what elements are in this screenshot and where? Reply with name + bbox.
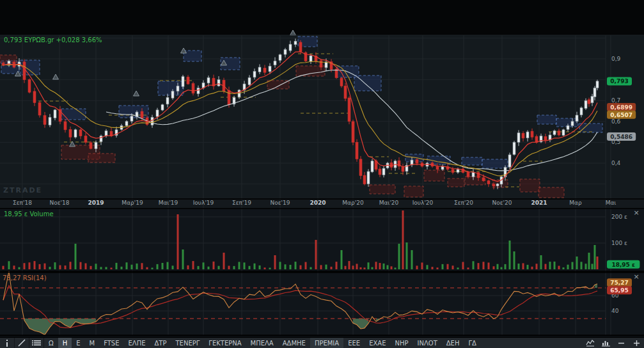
chart-type-icon[interactable] bbox=[583, 338, 598, 348]
svg-text:Σεπ'20: Σεπ'20 bbox=[454, 200, 473, 206]
volume-pane-close-icon[interactable]: × bbox=[632, 209, 640, 217]
toolbar-button-ΙΝΛΟΤ[interactable]: ΙΝΛΟΤ bbox=[413, 338, 442, 348]
toolbar-button-ΝΗΡ[interactable]: ΝΗΡ bbox=[390, 338, 412, 348]
svg-text:Νοε'18: Νοε'18 bbox=[49, 200, 69, 206]
svg-text:Νοε'20: Νοε'20 bbox=[492, 200, 512, 206]
svg-text:65,95: 65,95 bbox=[610, 287, 628, 294]
svg-text:200 ε: 200 ε bbox=[611, 214, 627, 220]
svg-text:Μαι'19: Μαι'19 bbox=[159, 200, 178, 206]
toolbar-button-Μ[interactable]: Μ bbox=[85, 338, 100, 348]
svg-text:0,6507: 0,6507 bbox=[610, 112, 632, 118]
svg-text:Σεπ'18: Σεπ'18 bbox=[13, 200, 32, 206]
toolbar-button-Ω[interactable]: Ω bbox=[44, 338, 58, 348]
svg-text:75,27: 75,27 bbox=[610, 280, 628, 286]
bottom-toolbar: ΩΗΕΜFTSEΕΛΠΕΔΤΡΤΕΝΕΡΓΓΕΚΤΕΡΝΑΜΠΕΛΑΑΔΜΗΕΠ… bbox=[0, 337, 644, 348]
svg-text:Ιουλ'20: Ιουλ'20 bbox=[412, 200, 434, 206]
svg-text:Μαι'20: Μαι'20 bbox=[379, 200, 399, 206]
toolbar-button-ΓΕΚΤΕΡΝΑ[interactable]: ΓΕΚΤΕΡΝΑ bbox=[204, 338, 246, 348]
toolbar-button-ΠΡΕΜΙΑ[interactable]: ΠΡΕΜΙΑ bbox=[310, 338, 343, 348]
chart-canvas[interactable]: 0,90,80,70,60,50,4Σεπ'18Νοε'182019Μαρ'19… bbox=[0, 0, 644, 338]
toolbar-button-ΕΧΑΕ[interactable]: ΕΧΑΕ bbox=[365, 338, 390, 348]
svg-text:Μαι: Μαι bbox=[606, 200, 617, 206]
toolbar-button-ΓΔ[interactable]: ΓΔ bbox=[464, 338, 480, 348]
svg-text:2019: 2019 bbox=[88, 200, 104, 206]
toolbar-button-ΤΕΝΕΡΓ[interactable]: ΤΕΝΕΡΓ bbox=[171, 338, 205, 348]
svg-text:Ιουλ'19: Ιουλ'19 bbox=[193, 200, 214, 206]
svg-text:Μαρ'20: Μαρ'20 bbox=[342, 200, 364, 206]
svg-text:100 ε: 100 ε bbox=[611, 240, 627, 246]
histogram-icon[interactable] bbox=[598, 338, 613, 348]
svg-text:Μαρ: Μαρ bbox=[569, 200, 582, 206]
toolbar-button-ΜΠΕΛΑ[interactable]: ΜΠΕΛΑ bbox=[246, 338, 278, 348]
toolbar-button-ΕΛΠΕ[interactable]: ΕΛΠΕ bbox=[124, 338, 150, 348]
trading-chart-window: 0,90,80,70,60,50,4Σεπ'18Νοε'182019Μαρ'19… bbox=[0, 0, 644, 348]
trendline-tool-icon[interactable] bbox=[15, 338, 29, 348]
svg-text:0,5486: 0,5486 bbox=[610, 134, 632, 140]
zoom-in-icon[interactable] bbox=[629, 338, 644, 348]
toolbar-button-Ε[interactable]: Ε bbox=[72, 338, 84, 348]
svg-text:0,6: 0,6 bbox=[611, 118, 621, 125]
info-icon[interactable] bbox=[0, 338, 15, 348]
svg-text:Νοε'19: Νοε'19 bbox=[270, 200, 290, 206]
toolbar-button-ΔΤΡ[interactable]: ΔΤΡ bbox=[150, 338, 171, 348]
svg-text:0,793: 0,793 bbox=[610, 78, 628, 84]
toolbar-button-ΑΔΜΗΕ[interactable]: ΑΔΜΗΕ bbox=[278, 338, 310, 348]
svg-text:0,9: 0,9 bbox=[611, 56, 621, 62]
svg-text:Σεπ'19: Σεπ'19 bbox=[232, 200, 251, 206]
rsi-pane-close-icon[interactable]: × bbox=[632, 273, 640, 281]
svg-text:0,7: 0,7 bbox=[611, 97, 620, 104]
svg-text:40: 40 bbox=[611, 308, 619, 314]
zoom-out-icon[interactable] bbox=[613, 338, 629, 348]
watchlist-icon[interactable] bbox=[29, 338, 44, 348]
svg-text:2021: 2021 bbox=[531, 200, 547, 206]
toolbar-button-ΔΕΗ[interactable]: ΔΕΗ bbox=[442, 338, 464, 348]
toolbar-button-FTSE[interactable]: FTSE bbox=[99, 338, 123, 348]
svg-text:18,95 ε: 18,95 ε bbox=[611, 262, 635, 268]
toolbar-button-Η[interactable]: Η bbox=[58, 338, 72, 348]
toolbar-button-ΕΕΕ[interactable]: ΕΕΕ bbox=[343, 338, 365, 348]
svg-text:0,4: 0,4 bbox=[611, 160, 621, 166]
svg-text:Μαρ'19: Μαρ'19 bbox=[122, 200, 143, 206]
svg-text:0,6899: 0,6899 bbox=[610, 104, 632, 111]
svg-text:2020: 2020 bbox=[310, 200, 326, 206]
